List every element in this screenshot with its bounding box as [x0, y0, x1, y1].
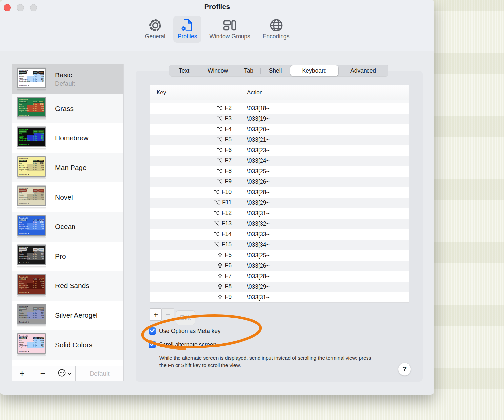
toolbar-item-general[interactable]: General — [140, 16, 170, 43]
toolbar-item-label: Profiles — [178, 33, 197, 40]
key-cell: F8 — [150, 168, 240, 175]
key-binding-row[interactable]: F11\033[29~ — [150, 198, 409, 208]
preview-prompt-line: Terminal # — [19, 262, 44, 264]
profile-subtitle: Default — [55, 80, 75, 87]
tab-keyboard[interactable]: Keyboard — [290, 65, 338, 76]
preview-header-chips: COMMAND%CPURPRVT — [19, 219, 44, 221]
preview-process-row: top4.1%231K — [19, 192, 44, 194]
key-bindings-table: Key Action F2\033[18~F3\033[19~F4\033[20… — [150, 85, 409, 303]
preview-chip: %CPU — [33, 278, 38, 280]
preview-process-row: Xcode1.4%78M — [19, 223, 44, 226]
key-binding-row[interactable]: F6\033[23~ — [150, 145, 409, 156]
profile-row-ocean[interactable]: Terminal#COMMAND%CPURPRVTtop4.1%231KXcod… — [12, 212, 123, 242]
thumbnail-reflection — [17, 266, 46, 268]
tab-window[interactable]: Window — [199, 65, 237, 76]
profile-text: Silver Aerogel — [55, 311, 98, 319]
scroll-alternate-screen-checkbox[interactable] — [149, 341, 156, 348]
key-binding-row[interactable]: F9\033[31~ — [150, 292, 409, 303]
key-binding-row[interactable]: F8\033[25~ — [150, 166, 409, 177]
action-cell: \033[29~ — [240, 200, 270, 206]
profile-row-novel[interactable]: Terminal#COMMAND%CPURPRVTtop4.1%231KXcod… — [12, 182, 123, 212]
key-binding-row[interactable]: F13\033[32~ — [150, 219, 409, 229]
key-binding-row[interactable]: F10\033[28~ — [150, 187, 409, 198]
key-binding-row[interactable]: F5\033[21~ — [150, 135, 409, 145]
key-cell: F14 — [150, 231, 240, 238]
profile-thumbnail: Terminal#COMMAND%CPURPRVTtop4.1%231KXcod… — [17, 215, 47, 239]
preview-process-row: ATSServer0.0%13M — [19, 196, 44, 199]
option-key-icon — [213, 189, 220, 196]
globe-icon — [269, 18, 284, 32]
preview-header-chips: COMMAND%CPURPRVT — [19, 307, 44, 310]
more-options-button[interactable] — [53, 366, 75, 381]
key-binding-row[interactable]: F6\033[26~ — [150, 261, 409, 271]
profile-row-silver-aerogel[interactable]: Terminal#COMMAND%CPURPRVTtop4.1%231KXcod… — [12, 301, 123, 330]
action-column-header[interactable]: Action — [240, 89, 262, 96]
profile-row-red-sands[interactable]: Terminal#COMMAND%CPURPRVTtop4.1%231KXcod… — [12, 271, 123, 301]
toolbar-item-window-groups[interactable]: Window Groups — [205, 16, 255, 43]
preview-chip: %CPU — [33, 130, 38, 133]
profile-thumbnail: Terminal#COMMAND%CPURPRVTtop4.1%231KXcod… — [17, 304, 47, 327]
checkmark-icon — [150, 328, 155, 334]
preview-process-row: loginwindow0.0%4M — [19, 110, 44, 112]
remove-profile-button[interactable]: − — [32, 366, 53, 381]
key-name: F5 — [225, 136, 232, 143]
key-binding-row[interactable]: F7\033[24~ — [150, 156, 409, 166]
default-button[interactable]: Default — [76, 366, 123, 381]
preview-process-row: Xcode1.4%78M — [19, 253, 44, 255]
action-cell: \033[20~ — [240, 126, 270, 133]
key-binding-row[interactable]: F14\033[33~ — [150, 229, 409, 240]
remove-binding-button[interactable]: − — [162, 308, 174, 321]
profile-row-solid-colors[interactable]: Terminal#COMMAND%CPURPRVTtop4.1%231KXcod… — [12, 330, 123, 360]
profile-row-homebrew[interactable]: Terminal#COMMAND%CPURPRVTtop4.1%231KXcod… — [12, 123, 123, 153]
option-key-icon — [217, 137, 223, 144]
table-header[interactable]: Key Action — [150, 85, 409, 100]
profile-thumbnail: Terminal#COMMAND%CPURPRVTtop4.1%231KXcod… — [17, 156, 47, 179]
profile-row-pro[interactable]: Terminal#COMMAND%CPURPRVTtop4.1%231KXcod… — [12, 242, 123, 271]
tab-advanced[interactable]: Advanced — [339, 65, 388, 76]
action-cell: \033[28~ — [240, 189, 270, 196]
profile-list-footer: + − Default — [12, 366, 123, 381]
profile-name: Man Page — [55, 164, 87, 172]
preview-process-row: Xcode1.4%78M — [19, 135, 44, 137]
thumbnail-reflection — [17, 177, 46, 179]
key-binding-row[interactable]: F7\033[28~ — [150, 271, 409, 282]
preview-process-row: loginwindow0.0%4M — [19, 257, 44, 260]
use-option-as-meta-checkbox[interactable] — [149, 327, 156, 335]
shift-key-icon — [217, 294, 223, 301]
key-binding-row[interactable]: F9\033[26~ — [150, 177, 409, 187]
key-binding-row[interactable]: F2\033[18~ — [150, 103, 409, 114]
key-name: F12 — [222, 210, 232, 216]
profile-text: Red Sands — [55, 282, 89, 290]
key-name: F6 — [225, 262, 232, 269]
key-binding-row[interactable]: F3\033[19~ — [150, 114, 409, 124]
use-option-as-meta-row: Use Option as Meta key — [149, 327, 220, 335]
add-profile-button[interactable]: + — [12, 366, 32, 381]
preview-chip: COMMAND — [19, 160, 27, 162]
tab-text[interactable]: Text — [170, 65, 199, 76]
key-binding-row[interactable]: F12\033[31~ — [150, 208, 409, 219]
key-binding-row[interactable]: F8\033[29~ — [150, 282, 409, 292]
help-button[interactable]: ? — [398, 363, 411, 376]
tab-shell[interactable]: Shell — [261, 65, 290, 76]
key-column-header[interactable]: Key — [150, 88, 240, 97]
profile-name: Solid Colors — [55, 341, 92, 349]
toolbar-item-profiles[interactable]: Profiles — [173, 16, 201, 43]
preview-prompt-line: Terminal # — [19, 232, 44, 235]
add-binding-button[interactable]: + — [150, 308, 162, 321]
action-cell: \033[19~ — [240, 116, 270, 122]
key-binding-row[interactable]: F15\033[34~ — [150, 240, 409, 250]
preview-chip: COMMAND — [19, 337, 27, 339]
edit-binding-button[interactable]: Edit — [176, 310, 195, 325]
profile-name: Grass — [55, 105, 74, 113]
profile-row-grass[interactable]: Terminal#COMMAND%CPURPRVTtop4.1%231KXcod… — [12, 94, 123, 123]
shift-key-icon — [217, 284, 223, 291]
profile-row-basic[interactable]: Terminal#COMMAND%CPURPRVTtop4.1%231KXcod… — [12, 64, 123, 94]
preview-process-row: Xcode1.4%78M — [19, 342, 44, 344]
preview-chip: COMMAND — [19, 248, 27, 251]
toolbar-item-encodings[interactable]: Encodings — [258, 16, 294, 43]
key-name: F13 — [222, 220, 232, 227]
key-binding-row[interactable]: F5\033[25~ — [150, 250, 409, 261]
key-binding-row[interactable]: F4\033[20~ — [150, 124, 409, 135]
tab-tab[interactable]: Tab — [237, 65, 260, 76]
profile-row-man-page[interactable]: Terminal#COMMAND%CPURPRVTtop4.1%231KXcod… — [12, 153, 123, 182]
